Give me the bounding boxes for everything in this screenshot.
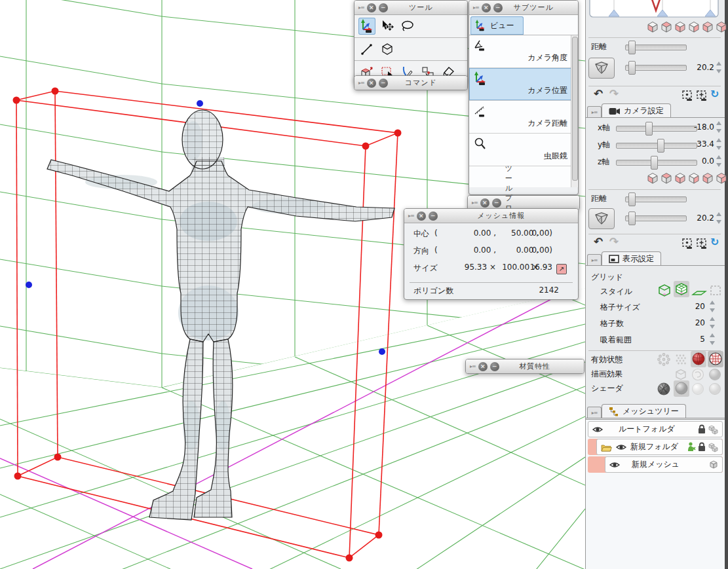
close-icon[interactable]: ✕ xyxy=(478,362,488,371)
grid-cell-count-stepper[interactable] xyxy=(709,316,716,329)
minimize-icon[interactable]: ─ xyxy=(490,362,499,371)
undo-button[interactable]: ↶ xyxy=(594,87,603,100)
mesh-figure-human[interactable] xyxy=(47,110,394,520)
frame-select-button[interactable] xyxy=(681,90,693,101)
panel-menu-icon[interactable]: ▸≡ xyxy=(470,363,476,369)
view-left-button[interactable] xyxy=(674,20,687,33)
cubes-stack-icon[interactable] xyxy=(708,442,718,452)
object-move-tool-button[interactable] xyxy=(379,18,396,35)
close-icon[interactable]: ✕ xyxy=(367,3,376,12)
lock-icon[interactable] xyxy=(697,442,706,452)
view-bottom-button[interactable] xyxy=(715,20,728,33)
minimize-icon[interactable]: ─ xyxy=(379,3,388,12)
close-icon[interactable]: ✕ xyxy=(482,3,491,12)
camera-move-tool-button[interactable] xyxy=(358,18,375,35)
slider-handle[interactable] xyxy=(657,139,664,153)
view-right-button[interactable] xyxy=(687,20,700,33)
distance-stepper[interactable] xyxy=(716,211,723,225)
view-bottom-button[interactable] xyxy=(715,172,728,185)
slider-handle[interactable] xyxy=(628,41,636,54)
tab-view[interactable]: ビュー xyxy=(470,16,524,35)
grid-style-plane-button[interactable] xyxy=(691,287,707,299)
tab-mesh-tree[interactable]: メッシュツリー xyxy=(602,404,686,418)
tool-property-titlebar[interactable]: ▸≡ ✕ ─ ツールプロパティ xyxy=(468,196,579,210)
close-icon[interactable]: ✕ xyxy=(367,79,376,88)
visibility-eye-icon[interactable] xyxy=(616,443,626,451)
distance-value-slider[interactable] xyxy=(625,215,687,221)
distance-stepper[interactable] xyxy=(716,61,723,74)
panel-menu-box[interactable]: ▸≡ xyxy=(587,254,602,266)
camera-angle-gauge[interactable] xyxy=(586,0,725,18)
slider-handle[interactable] xyxy=(651,156,658,170)
slider-handle[interactable] xyxy=(645,122,653,136)
primitive-cube-tool-button[interactable] xyxy=(379,41,396,58)
effect-cube-button[interactable] xyxy=(674,367,688,382)
shader-matte-selected[interactable] xyxy=(674,380,689,397)
size-expand-button[interactable]: ↗ xyxy=(556,264,567,274)
minimize-icon[interactable]: ─ xyxy=(492,198,501,208)
redo-button[interactable]: ↷ xyxy=(609,87,619,100)
shader-soft-button[interactable] xyxy=(708,382,722,396)
state-wireframe-selected[interactable] xyxy=(708,351,723,367)
close-icon[interactable]: ✕ xyxy=(480,198,489,208)
z-axis-stepper[interactable] xyxy=(716,155,723,168)
line-tool-button[interactable] xyxy=(358,41,375,58)
view-back-button[interactable] xyxy=(701,20,714,33)
shader-hatch-button[interactable] xyxy=(657,382,671,396)
panel-menu-icon[interactable]: ▸≡ xyxy=(472,200,478,206)
tree-row-root-folder[interactable]: ルートフォルダ xyxy=(588,421,723,437)
tree-row-new-folder[interactable]: 新規フォルダ xyxy=(596,439,723,455)
minimize-icon[interactable]: ─ xyxy=(493,3,503,12)
undo-button[interactable]: ↶ xyxy=(594,235,603,248)
grid-style-off-button[interactable] xyxy=(708,282,723,298)
panel-menu-icon[interactable]: ▸≡ xyxy=(358,80,364,86)
distance-slider[interactable] xyxy=(625,45,687,50)
tab-camera-settings[interactable]: カメラ設定 xyxy=(602,103,671,118)
panel-menu-box[interactable]: ▸≡ xyxy=(587,106,602,118)
view-top-button[interactable] xyxy=(660,20,673,33)
state-solid-selected[interactable] xyxy=(691,351,706,367)
grid-style-cube-button[interactable] xyxy=(657,282,672,298)
snap-range-stepper[interactable] xyxy=(709,333,716,346)
shader-bright-button[interactable] xyxy=(691,382,705,396)
minimize-icon[interactable]: ─ xyxy=(429,211,438,221)
visibility-eye-icon[interactable] xyxy=(609,461,620,469)
slider-handle[interactable] xyxy=(628,61,636,75)
minimize-icon[interactable]: ─ xyxy=(379,79,388,88)
panel-menu-box[interactable]: ▸≡ xyxy=(587,407,602,418)
grid-cell-size-stepper[interactable] xyxy=(709,300,716,313)
grid-style-gridcube-selected[interactable] xyxy=(674,281,689,297)
state-wire-button[interactable] xyxy=(674,352,688,367)
visibility-eye-icon[interactable] xyxy=(592,426,603,433)
frame-add-button[interactable] xyxy=(696,238,708,249)
panel-menu-icon[interactable]: ▸≡ xyxy=(473,5,479,10)
material-titlebar[interactable]: ▸≡ ✕ ─ 材質特性 xyxy=(466,359,584,373)
frame-add-button[interactable] xyxy=(696,90,708,101)
person-icon[interactable] xyxy=(687,442,696,452)
effect-swirl-button[interactable] xyxy=(691,367,705,382)
cubes-stack-icon[interactable] xyxy=(708,424,718,435)
view-right-button[interactable] xyxy=(687,172,700,185)
subtool-item-camera-position[interactable]: カメラ位置 xyxy=(469,68,578,101)
view-back-button[interactable] xyxy=(701,172,714,185)
subtool-scrollbar[interactable] xyxy=(571,35,577,187)
view-top-button[interactable] xyxy=(660,172,673,185)
effect-sphere-button[interactable] xyxy=(708,367,722,382)
state-points-button[interactable] xyxy=(657,352,671,367)
distance-value-slider[interactable] xyxy=(625,65,687,71)
slider-handle[interactable] xyxy=(628,193,636,206)
folder-icon[interactable] xyxy=(601,443,612,452)
view-front-button[interactable] xyxy=(646,172,659,185)
perspective-toggle-button[interactable] xyxy=(588,58,615,79)
reset-view-button[interactable]: ↻ xyxy=(710,88,719,100)
cube-icon[interactable] xyxy=(709,460,718,469)
lock-icon[interactable] xyxy=(697,424,706,434)
subtool-item-camera-angle[interactable]: カメラ角度 xyxy=(469,35,578,68)
mesh-info-titlebar[interactable]: ▸≡ ✕ ─ メッシュ情報 xyxy=(404,209,578,223)
y-axis-stepper[interactable] xyxy=(716,138,723,151)
tree-row-new-mesh[interactable]: 新規メッシュ xyxy=(605,456,723,473)
distance-slider[interactable] xyxy=(625,196,687,202)
slider-handle[interactable] xyxy=(628,211,636,225)
panel-menu-icon[interactable]: ▸≡ xyxy=(408,213,414,219)
close-icon[interactable]: ✕ xyxy=(417,211,426,221)
